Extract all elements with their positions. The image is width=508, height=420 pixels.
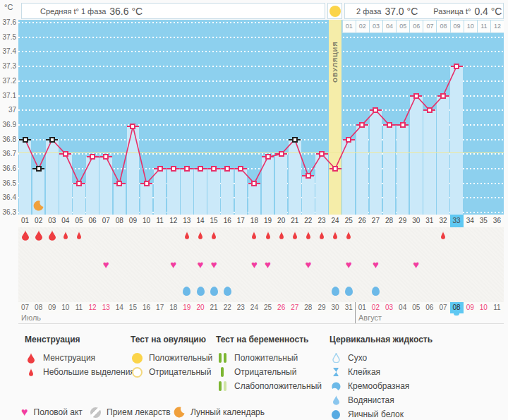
cycle-day-20[interactable]: 20 (274, 215, 288, 227)
legend-group-2: Тест на овуляциюПоложительныйОтрицательн… (131, 335, 212, 379)
calendar-date-30[interactable]: 30 (329, 302, 342, 313)
legend-icon-wrap (25, 353, 37, 364)
legend-bottom-item: ♥Половой акт (21, 405, 83, 419)
intercourse-icon: ♥ (21, 407, 28, 418)
menses-small-icon (332, 232, 338, 239)
cycle-day-17[interactable]: 17 (234, 215, 248, 227)
calendar-date-11[interactable]: 11 (72, 302, 85, 313)
calendar-date-10[interactable]: 10 (59, 302, 72, 313)
calendar-date-19[interactable]: 19 (180, 302, 193, 313)
calendar-date-09[interactable]: 09 (464, 302, 477, 313)
calendar-date-31[interactable]: 31 (342, 302, 356, 313)
cycle-day-02[interactable]: 02 (32, 215, 45, 227)
cycle-day-28[interactable]: 28 (382, 215, 396, 227)
cycle-day-01[interactable]: 01 (18, 215, 32, 227)
calendar-date-08[interactable]: 08 (32, 302, 45, 313)
calendar-date-20[interactable]: 20 (193, 302, 207, 313)
y-tick-label: 36.6 (0, 164, 16, 172)
calendar-date-29[interactable]: 29 (315, 302, 328, 313)
cycle-day-33[interactable]: 33 (450, 215, 464, 227)
temperature-marker-day-14 (198, 166, 203, 172)
ovulation-header-cell (327, 3, 342, 19)
calendar-date-21[interactable]: 21 (207, 302, 221, 313)
menses-small-icon (198, 232, 203, 239)
cycle-day-24[interactable]: 24 (329, 215, 342, 227)
temperature-marker-day-18 (251, 181, 257, 186)
temperature-marker-day-27 (373, 107, 378, 113)
calendar-date-08[interactable]: 08 (450, 302, 464, 313)
cycle-day-14[interactable]: 14 (193, 215, 207, 227)
calendar-date-11[interactable]: 11 (490, 302, 504, 313)
cycle-day-26[interactable]: 26 (356, 215, 369, 227)
legend-icon-wrap (329, 410, 342, 419)
cycle-day-29[interactable]: 29 (396, 215, 409, 227)
calendar-date-01[interactable]: 01 (356, 302, 369, 313)
cycle-day-36[interactable]: 36 (490, 215, 504, 227)
calendar-date-13[interactable]: 13 (99, 302, 113, 313)
cycle-day-23[interactable]: 23 (315, 215, 328, 227)
y-tick-label: 37.4 (0, 47, 16, 55)
calendar-date-09[interactable]: 09 (45, 302, 59, 313)
calendar-date-28[interactable]: 28 (301, 302, 315, 313)
calendar-date-17[interactable]: 17 (153, 302, 167, 313)
temperature-plot[interactable]: ОВУЛЯЦИЯ010203040506070809101112 (18, 20, 504, 215)
ovulation-test-positive-icon (132, 353, 143, 364)
calendar-date-24[interactable]: 24 (248, 302, 261, 313)
cycle-day-31[interactable]: 31 (423, 215, 436, 227)
cycle-day-19[interactable]: 19 (261, 215, 274, 227)
cycle-day-27[interactable]: 27 (369, 215, 382, 227)
fluid-watery-icon (332, 395, 340, 405)
cycle-day-05[interactable]: 05 (72, 215, 85, 227)
cycle-day-12[interactable]: 12 (167, 215, 180, 227)
cycle-day-32[interactable]: 32 (436, 215, 449, 227)
cycle-day-06[interactable]: 06 (86, 215, 99, 227)
calendar-date-14[interactable]: 14 (113, 302, 126, 313)
cycle-day-04[interactable]: 04 (59, 215, 72, 227)
calendar-date-04[interactable]: 04 (396, 302, 409, 313)
cervical-fluid-icon (183, 287, 190, 296)
calendar-date-26[interactable]: 26 (274, 302, 288, 313)
cycle-day-34[interactable]: 34 (464, 215, 477, 227)
current-date-tab (454, 313, 459, 316)
cycle-day-03[interactable]: 03 (45, 215, 59, 227)
cervical-fluid-icon (345, 287, 353, 296)
cycle-day-18[interactable]: 18 (248, 215, 261, 227)
calendar-date-22[interactable]: 22 (221, 302, 234, 313)
calendar-date-25[interactable]: 25 (261, 302, 274, 313)
intercourse-icon: ♥ (195, 259, 206, 270)
calendar-date-07[interactable]: 07 (436, 302, 449, 313)
cycle-day-11[interactable]: 11 (153, 215, 167, 227)
cycle-day-10[interactable]: 10 (140, 215, 153, 227)
calendar-date-03[interactable]: 03 (382, 302, 396, 313)
cycle-day-16[interactable]: 16 (221, 215, 234, 227)
legend-item: Слабоположительный (216, 379, 322, 393)
calendar-date-05[interactable]: 05 (409, 302, 423, 313)
cycle-day-25[interactable]: 25 (342, 215, 356, 227)
calendar-date-18[interactable]: 18 (167, 302, 180, 313)
temperature-marker-day-11 (157, 166, 163, 172)
calendar-date-15[interactable]: 15 (126, 302, 140, 313)
cycle-day-09[interactable]: 09 (126, 215, 140, 227)
calendar-date-27[interactable]: 27 (288, 302, 301, 313)
legend-bottom-item: Лунный календарь (174, 405, 265, 419)
calendar-date-06[interactable]: 06 (423, 302, 436, 313)
calendar-date-02[interactable]: 02 (369, 302, 382, 313)
intercourse-icon: ♥ (411, 259, 421, 270)
cycle-day-30[interactable]: 30 (409, 215, 423, 227)
cycle-day-35[interactable]: 35 (477, 215, 490, 227)
cycle-day-13[interactable]: 13 (180, 215, 193, 227)
cycle-day-08[interactable]: 08 (113, 215, 126, 227)
calendar-date-23[interactable]: 23 (234, 302, 248, 313)
calendar-date-10[interactable]: 10 (477, 302, 490, 313)
temperature-marker-day-28 (387, 122, 392, 128)
legend-item: Менструация (25, 351, 135, 365)
cycle-day-21[interactable]: 21 (288, 215, 301, 227)
calendar-date-16[interactable]: 16 (140, 302, 153, 313)
calendar-date-07[interactable]: 07 (18, 302, 32, 313)
calendar-date-12[interactable]: 12 (86, 302, 99, 313)
cycle-day-07[interactable]: 07 (99, 215, 113, 227)
temperature-line (18, 20, 504, 215)
cycle-day-15[interactable]: 15 (207, 215, 221, 227)
cycle-day-22[interactable]: 22 (301, 215, 315, 227)
legend-icon-wrap (216, 367, 229, 377)
